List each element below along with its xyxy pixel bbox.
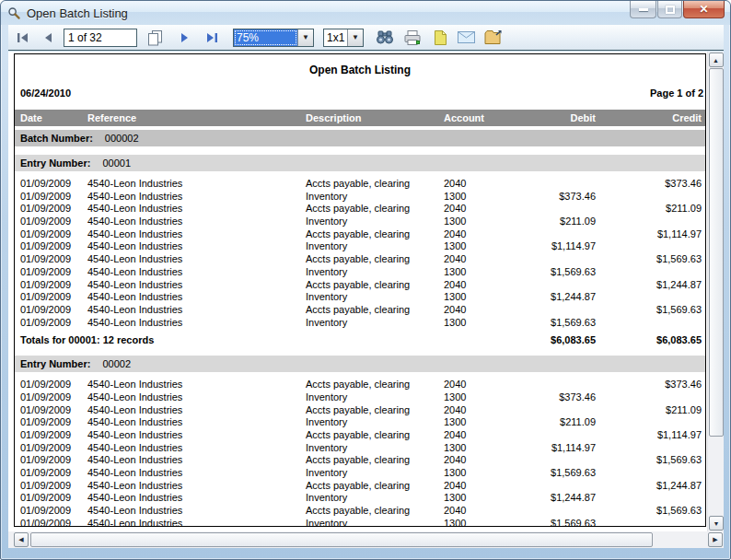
cell-date: 01/09/2009 bbox=[20, 266, 87, 279]
cell-description: Accts payable, clearing bbox=[306, 454, 444, 467]
cell-reference: 4540-Leon Industries bbox=[87, 279, 306, 292]
cell-debit: $1,569.63 bbox=[513, 266, 596, 279]
close-button[interactable]: ✕ bbox=[683, 1, 725, 18]
scroll-down-button[interactable]: ▼ bbox=[709, 516, 724, 531]
find-button[interactable] bbox=[375, 28, 395, 48]
layout-dropdown-button[interactable]: ▼ bbox=[347, 29, 363, 46]
scroll-right-button[interactable]: ▶ bbox=[708, 532, 723, 547]
copy-pages-button[interactable] bbox=[145, 28, 165, 48]
cell-debit: $1,114.97 bbox=[513, 240, 596, 253]
cell-reference: 4540-Leon Industries bbox=[87, 467, 306, 480]
cell-date: 01/09/2009 bbox=[20, 191, 87, 204]
maximize-button[interactable] bbox=[657, 1, 682, 18]
table-row: 01/09/2009 4540-Leon Industries Accts pa… bbox=[15, 404, 705, 417]
cell-credit bbox=[596, 291, 702, 304]
cell-date: 01/09/2009 bbox=[20, 416, 87, 429]
report-tool-icon bbox=[7, 6, 21, 20]
maximize-icon bbox=[666, 6, 675, 14]
cell-debit: $373.46 bbox=[513, 391, 596, 404]
cell-credit: $1,569.63 bbox=[596, 505, 702, 518]
report-sections: Entry Number: 00001 01/09/2009 4540-Leon… bbox=[15, 155, 705, 527]
cell-description: Inventory bbox=[306, 266, 444, 279]
cell-credit: $373.46 bbox=[596, 178, 702, 191]
table-row: 01/09/2009 4540-Leon Industries Accts pa… bbox=[15, 505, 705, 518]
cell-account: 1300 bbox=[444, 191, 513, 204]
cell-debit: $1,569.63 bbox=[513, 518, 596, 527]
table-row: 01/09/2009 4540-Leon Industries Inventor… bbox=[15, 442, 705, 455]
cell-debit bbox=[513, 178, 596, 191]
cell-description: Inventory bbox=[306, 391, 444, 404]
print-button[interactable] bbox=[402, 28, 423, 48]
cell-debit bbox=[513, 203, 596, 216]
table-row: 01/09/2009 4540-Leon Industries Inventor… bbox=[15, 191, 705, 204]
cell-description: Accts payable, clearing bbox=[306, 429, 444, 442]
horizontal-scroll-thumb[interactable] bbox=[30, 532, 653, 547]
cell-date: 01/09/2009 bbox=[20, 454, 87, 467]
cell-date: 01/09/2009 bbox=[20, 279, 87, 292]
batch-label: Batch Number: bbox=[20, 130, 93, 146]
totals-credit: $6,083.65 bbox=[596, 333, 702, 347]
cell-account: 2040 bbox=[444, 304, 513, 317]
cell-reference: 4540-Leon Industries bbox=[87, 228, 306, 241]
first-page-button[interactable] bbox=[12, 28, 32, 48]
cell-reference: 4540-Leon Industries bbox=[87, 266, 306, 279]
cell-credit bbox=[596, 467, 702, 480]
horizontal-scrollbar[interactable]: ◀ ▶ bbox=[8, 531, 724, 548]
cell-credit bbox=[596, 492, 702, 505]
cell-credit: $1,244.87 bbox=[596, 279, 702, 292]
vertical-scrollbar[interactable]: ▲ ▼ bbox=[707, 52, 724, 531]
cell-debit bbox=[513, 454, 596, 467]
next-page-button[interactable] bbox=[174, 28, 194, 48]
cell-debit bbox=[513, 404, 596, 417]
zoom-dropdown-button[interactable]: ▼ bbox=[297, 29, 313, 46]
col-reference: Reference bbox=[87, 110, 306, 126]
layout-select[interactable]: 1x1 ▼ bbox=[323, 29, 364, 47]
cell-credit bbox=[596, 191, 702, 204]
cell-credit bbox=[596, 216, 702, 228]
table-row: 01/09/2009 4540-Leon Industries Accts pa… bbox=[15, 203, 705, 216]
batch-value: 000002 bbox=[105, 130, 139, 146]
scroll-up-button[interactable]: ▲ bbox=[709, 52, 724, 67]
arrow-up-icon: ▲ bbox=[713, 57, 719, 64]
previous-page-button[interactable] bbox=[38, 28, 58, 48]
table-row: 01/09/2009 4540-Leon Industries Inventor… bbox=[15, 518, 705, 527]
page-number-input[interactable] bbox=[64, 29, 137, 47]
export-button[interactable] bbox=[430, 28, 450, 48]
cell-description: Inventory bbox=[306, 442, 444, 455]
table-row: 01/09/2009 4540-Leon Industries Inventor… bbox=[15, 291, 705, 304]
table-row: 01/09/2009 4540-Leon Industries Inventor… bbox=[15, 492, 705, 505]
cell-description: Inventory bbox=[306, 291, 444, 304]
cell-account: 1300 bbox=[444, 518, 513, 527]
cell-reference: 4540-Leon Industries bbox=[87, 505, 306, 518]
cell-credit bbox=[596, 442, 702, 455]
cell-debit: $1,569.63 bbox=[513, 317, 596, 330]
cell-date: 01/09/2009 bbox=[20, 216, 87, 228]
window-title: Open Batch Listing bbox=[27, 6, 128, 20]
scroll-left-button[interactable]: ◀ bbox=[14, 532, 29, 547]
entry-section: Entry Number: 00002 01/09/2009 4540-Leon… bbox=[15, 356, 705, 527]
cell-reference: 4540-Leon Industries bbox=[87, 492, 306, 505]
cell-account: 1300 bbox=[444, 492, 513, 505]
cell-credit bbox=[596, 518, 702, 527]
printer-icon bbox=[403, 29, 422, 46]
next-page-icon bbox=[180, 32, 190, 43]
cell-account: 2040 bbox=[444, 203, 513, 216]
vertical-scroll-thumb[interactable] bbox=[709, 68, 724, 437]
last-page-button[interactable] bbox=[202, 28, 222, 48]
cell-date: 01/09/2009 bbox=[20, 304, 87, 317]
zoom-select[interactable]: 75% ▼ bbox=[233, 29, 314, 47]
arrow-right-icon: ▶ bbox=[713, 536, 717, 543]
cell-description: Inventory bbox=[306, 240, 444, 253]
cell-reference: 4540-Leon Industries bbox=[87, 253, 306, 266]
cell-credit: $1,114.97 bbox=[596, 429, 702, 442]
page-indicator: Page 1 of 2 bbox=[650, 88, 703, 99]
cell-description: Accts payable, clearing bbox=[306, 379, 444, 391]
table-row: 01/09/2009 4540-Leon Industries Inventor… bbox=[15, 216, 705, 228]
publish-button[interactable] bbox=[483, 28, 504, 48]
cell-description: Accts payable, clearing bbox=[306, 279, 444, 292]
email-button[interactable] bbox=[456, 28, 476, 48]
title-bar[interactable]: Open Batch Listing ✕ bbox=[1, 1, 730, 25]
chevron-down-icon: ▼ bbox=[352, 33, 359, 41]
cell-debit: $1,569.63 bbox=[513, 467, 596, 480]
minimize-button[interactable] bbox=[630, 1, 656, 18]
